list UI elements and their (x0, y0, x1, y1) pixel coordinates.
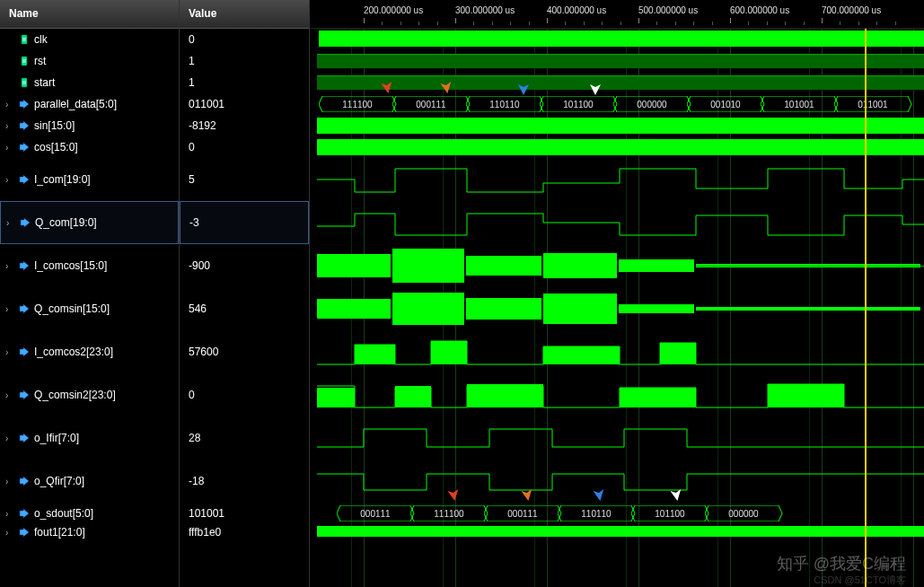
svg-rect-3 (22, 59, 26, 63)
expand-icon[interactable]: › (5, 143, 14, 153)
bus-value: 000111 (489, 505, 556, 521)
waveform-panel[interactable]: 200.000000 us300.000000 us400.000000 us5… (310, 0, 924, 587)
signal-row-clk[interactable]: clk (0, 29, 179, 50)
signal-name: Q_com[19:0] (35, 216, 172, 229)
bus-value: 101100 (545, 96, 612, 112)
expand-icon[interactable]: › (5, 121, 14, 131)
signal-row-o-Qfir-7-0-[interactable]: ›o_Qfir[7:0] (0, 460, 179, 503)
bus-icon (18, 302, 31, 315)
signal-name: clk (34, 33, 173, 46)
signal-name: parallel_data[5:0] (34, 98, 173, 110)
value-cell[interactable]: 28 (180, 416, 309, 460)
bus-icon (18, 475, 31, 487)
watermark: 知乎 @我爱C编程 (777, 553, 906, 574)
name-header: Name (0, 0, 179, 29)
signal-row-Q-comsin-15-0-[interactable]: ›Q_comsin[15:0] (0, 287, 179, 330)
expand-icon[interactable]: › (5, 477, 14, 486)
signal-row-I-comcos2-23-0-[interactable]: ›I_comcos2[23:0] (0, 330, 179, 373)
time-cursor[interactable] (865, 29, 867, 587)
value-cell[interactable]: -18 (180, 460, 309, 503)
signal-row-I-com-19-0-[interactable]: ›I_com[19:0] (0, 158, 179, 201)
expand-icon[interactable]: › (5, 390, 14, 400)
signal-name: I_comcos[15:0] (34, 259, 173, 272)
annotation-arrow-icon (443, 483, 463, 504)
expand-icon[interactable]: › (5, 100, 14, 110)
value-cell[interactable]: 546 (180, 287, 309, 330)
value-cell[interactable]: 101001 (180, 503, 309, 524)
signal-row-cos-15-0-[interactable]: ›cos[15:0] (0, 136, 179, 158)
annotation-arrow-icon (436, 75, 456, 96)
ruler-tick: 500.000000 us (638, 5, 698, 15)
signal-row-parallel-data-5-0-[interactable]: ›parallel_data[5:0] (0, 93, 179, 115)
signal-value: -18 (185, 475, 304, 487)
signal-row-o-Ifir-7-0-[interactable]: ›o_Ifir[7:0] (0, 416, 179, 460)
signal-value: 1 (185, 76, 304, 89)
signal-name: cos[15:0] (34, 141, 173, 153)
bus-icon (18, 346, 31, 358)
signal-value: -900 (185, 259, 304, 272)
value-cell[interactable]: -900 (180, 244, 309, 287)
value-cell[interactable]: 0 (180, 136, 309, 158)
bus-value: 011001 (840, 96, 906, 112)
time-ruler[interactable]: 200.000000 us300.000000 us400.000000 us5… (310, 0, 924, 29)
expand-icon[interactable]: › (5, 304, 14, 314)
bus-icon (18, 432, 31, 444)
value-cell[interactable]: -8192 (180, 115, 309, 136)
bus-value: 001010 (692, 96, 759, 112)
bus-icon (18, 259, 31, 272)
signal-row-Q-comsin2-23-0-[interactable]: ›Q_comsin2[23:0] (0, 373, 179, 416)
bus-icon (18, 98, 31, 110)
signal-row-fout1-21-0-[interactable]: ›fout1[21:0] (0, 524, 179, 540)
value-cell[interactable]: 1 (180, 72, 309, 93)
signal-row-o-sdout-5-0-[interactable]: ›o_sdout[5:0] (0, 503, 179, 524)
value-cell[interactable]: fffb1e0 (180, 524, 309, 540)
signal-row-rst[interactable]: rst (0, 50, 179, 72)
bus-icon (18, 119, 31, 132)
signal-value: -3 (186, 216, 303, 229)
signal-row-start[interactable]: start (0, 72, 179, 93)
bus-value: 000000 (710, 505, 777, 521)
signal-row-sin-15-0-[interactable]: ›sin[15:0] (0, 115, 179, 136)
watermark-small: CSDN @51CTO博客 (814, 574, 906, 587)
value-cell[interactable]: -3 (180, 201, 309, 244)
annotation-arrow-icon (665, 483, 686, 504)
value-cell[interactable]: 5 (180, 158, 309, 201)
value-cell[interactable]: 1 (180, 50, 309, 72)
expand-icon[interactable]: › (5, 434, 14, 443)
expand-icon[interactable]: › (5, 528, 14, 538)
waveform-body[interactable]: 1111000001111101101011000000000010101010… (310, 29, 924, 587)
expand-icon[interactable]: › (6, 218, 15, 228)
bus-icon (19, 216, 31, 229)
annotation-arrow-icon (516, 483, 537, 504)
ruler-tick: 200.000000 us (364, 5, 423, 15)
wire-icon (18, 76, 31, 89)
bus-value: 111100 (416, 505, 482, 521)
expand-icon[interactable]: › (5, 509, 14, 519)
expand-icon[interactable]: › (5, 175, 14, 185)
bus-value: 111100 (324, 96, 391, 112)
expand-icon[interactable]: › (5, 347, 14, 357)
signal-name: o_Qfir[7:0] (34, 475, 173, 487)
value-cell[interactable]: 011001 (180, 93, 309, 115)
bus-icon (18, 389, 31, 401)
signal-row-I-comcos-15-0-[interactable]: ›I_comcos[15:0] (0, 244, 179, 287)
bus-value: 101100 (637, 505, 703, 521)
value-cell[interactable]: 57600 (180, 330, 309, 373)
signal-value: 57600 (185, 346, 304, 358)
svg-rect-5 (22, 81, 26, 84)
bus-value: 000111 (398, 96, 464, 112)
wire-icon (18, 55, 31, 67)
annotation-arrow-icon (515, 79, 532, 97)
value-cell[interactable]: 0 (180, 373, 309, 416)
signal-value: -8192 (185, 119, 304, 132)
ruler-tick: 600.000000 us (730, 5, 789, 15)
bus-value: 110110 (471, 96, 538, 112)
expand-icon[interactable]: › (5, 261, 14, 271)
names-panel: Name clkrststart›parallel_data[5:0]›sin[… (0, 0, 180, 587)
signal-row-Q-com-19-0-[interactable]: ›Q_com[19:0] (0, 201, 179, 244)
bus-value: 000111 (342, 505, 409, 521)
value-cell[interactable]: 0 (180, 29, 309, 50)
signal-value: 0 (185, 33, 304, 46)
signal-value: 0 (185, 141, 304, 153)
bus-icon (18, 507, 31, 520)
